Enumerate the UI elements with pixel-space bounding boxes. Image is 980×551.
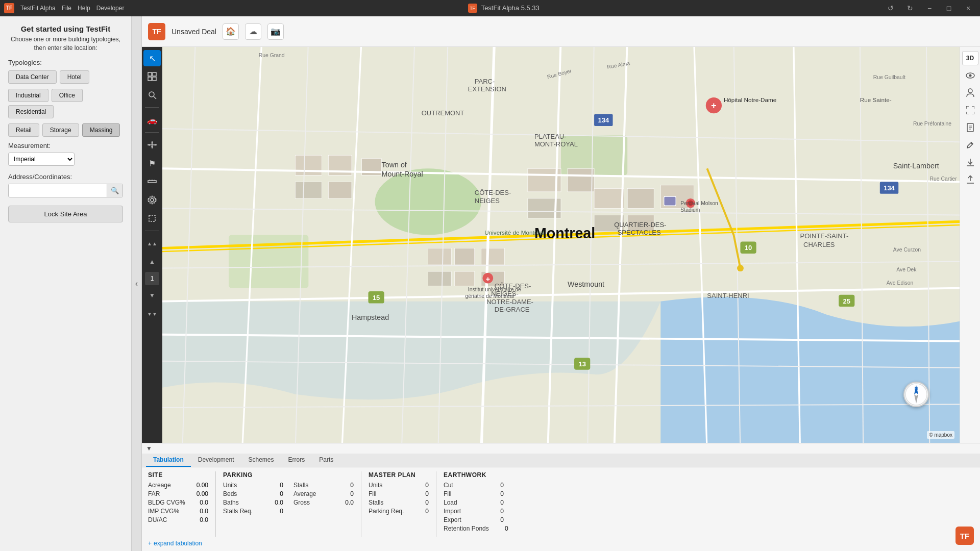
mp-fill-row: Fill 0: [369, 490, 429, 497]
bottom-tabs: Tabulation Development Schemes Errors Pa…: [142, 454, 980, 467]
mp-parkingreq-row: Parking Req. 0: [369, 508, 429, 515]
typology-industrial[interactable]: Industrial: [8, 89, 48, 102]
divider-3: [145, 231, 159, 231]
home-icon-btn[interactable]: 🏠: [223, 23, 239, 40]
camera-icon-btn[interactable]: 📷: [267, 23, 284, 40]
measurement-select[interactable]: Imperial Metric: [8, 153, 75, 166]
zoom-down[interactable]: ▼: [143, 287, 161, 304]
svg-text:Rue Sainte-: Rue Sainte-: [860, 96, 892, 103]
svg-rect-41: [455, 271, 475, 286]
earthwork-section: EARTHWORK Cut 0 Fill 0 Load 0: [444, 471, 516, 537]
map-container[interactable]: 10 15 29 13 132 25 134: [162, 47, 960, 443]
menu-item-file[interactable]: File: [62, 5, 71, 12]
tab-errors[interactable]: Errors: [281, 454, 312, 467]
fullscreen-btn[interactable]: [962, 103, 978, 117]
svg-rect-40: [428, 271, 452, 286]
upload-btn[interactable]: [962, 172, 978, 187]
tab-parts[interactable]: Parts: [312, 454, 340, 467]
panel-collapse-button[interactable]: ‹: [132, 16, 142, 551]
expand-label[interactable]: expand tabulation: [154, 540, 202, 547]
svg-marker-10: [148, 144, 150, 146]
parking-section: PARKING Units 0 Beds 0: [223, 471, 361, 537]
search-icon[interactable]: 🔍: [107, 184, 122, 197]
tab-development[interactable]: Development: [191, 454, 241, 467]
svg-text:QUARTIER-DES-: QUARTIER-DES-: [614, 221, 666, 229]
typology-retail[interactable]: Retail: [8, 123, 39, 137]
zoom-tool[interactable]: [143, 87, 161, 103]
site-bldg-key: BLDG CVG%: [148, 499, 189, 506]
menu-item-developer[interactable]: Developer: [96, 5, 125, 12]
bottom-collapse-bar[interactable]: ▼: [142, 443, 980, 454]
close-btn[interactable]: ×: [961, 3, 976, 14]
tab-tabulation[interactable]: Tabulation: [146, 454, 191, 467]
parking-gross-row: Gross 0.0: [293, 499, 354, 506]
svg-point-138: [968, 89, 972, 93]
download-btn[interactable]: [962, 155, 978, 169]
zoom-up-max[interactable]: ▲▲: [143, 235, 161, 252]
visibility-btn[interactable]: [962, 68, 978, 83]
svg-rect-19: [149, 215, 155, 221]
typology-data-center[interactable]: Data Center: [8, 70, 57, 84]
parking-beds-val: 0: [268, 490, 283, 497]
undo-btn[interactable]: ↺: [883, 3, 898, 14]
right-toolbar: 3D: [960, 47, 980, 443]
parking-stalls-val: 0: [338, 482, 354, 489]
typology-hotel[interactable]: Hotel: [60, 70, 89, 84]
svg-marker-11: [155, 144, 157, 146]
svg-rect-32: [594, 188, 624, 208]
menu-item-testfit[interactable]: TestFit Alpha: [20, 5, 56, 12]
select-tool[interactable]: ↖: [143, 50, 161, 66]
minimize-btn[interactable]: −: [922, 3, 937, 14]
typology-office[interactable]: Office: [52, 89, 83, 102]
cloud-icon-btn[interactable]: ☁: [245, 23, 261, 40]
resize-tool[interactable]: [143, 137, 161, 153]
parking-stallsreq-val: 0: [268, 508, 283, 515]
menu-item-help[interactable]: Help: [78, 5, 90, 12]
drive-tool[interactable]: 🚗: [143, 112, 161, 128]
redo-btn[interactable]: ↻: [902, 3, 918, 14]
parking-avg-key: Average: [293, 490, 334, 497]
ew-fill-row: Fill 0: [444, 490, 508, 497]
tab-schemes[interactable]: Schemes: [241, 454, 281, 467]
3d-view-btn[interactable]: 3D: [962, 51, 978, 65]
parking-beds-key: Beds: [223, 490, 264, 497]
zoom-up[interactable]: ▲: [143, 254, 161, 270]
svg-point-137: [969, 74, 971, 77]
parking-stalls-row: Stalls 0: [293, 482, 354, 489]
svg-text:Rue Cartier: Rue Cartier: [929, 176, 957, 182]
zoom-down-max[interactable]: ▼▼: [143, 306, 161, 322]
typology-residential[interactable]: Residential: [8, 105, 54, 118]
address-input[interactable]: [9, 184, 107, 196]
site-acreage-val: 0.00: [193, 482, 208, 489]
svg-text:+: +: [711, 101, 717, 111]
bottom-panel: ▼ Tabulation Development Schemes Errors …: [142, 443, 980, 551]
gear-tool[interactable]: [143, 192, 161, 208]
address-section: Address/Coordinates: 🔍: [8, 173, 123, 197]
annotate-btn[interactable]: [962, 138, 978, 152]
title-bar-menu[interactable]: TestFit Alpha File Help Developer: [20, 5, 124, 12]
grid-tool[interactable]: [143, 68, 161, 85]
site-title: SITE: [148, 471, 208, 479]
report-btn[interactable]: [962, 120, 978, 135]
deal-name[interactable]: Unsaved Deal: [172, 28, 216, 36]
svg-text:Rue Guilbault: Rue Guilbault: [873, 74, 905, 80]
window-controls[interactable]: ↺ ↻ − □ ×: [883, 3, 976, 14]
maximize-btn[interactable]: □: [941, 3, 957, 14]
typology-storage[interactable]: Storage: [42, 123, 79, 137]
svg-marker-18: [148, 196, 157, 204]
ew-export-val: 0: [488, 516, 504, 523]
typology-massing[interactable]: Massing: [82, 123, 120, 137]
measure-tool[interactable]: [143, 173, 161, 190]
user-btn[interactable]: [962, 86, 978, 100]
window-title: TF TestFit Alpha 5.5.33: [468, 4, 540, 13]
svg-point-4: [149, 92, 154, 97]
flag-tool[interactable]: ⚑: [143, 155, 161, 171]
map-watermark: © mapbox: [927, 431, 954, 439]
title-tf-logo: TF: [468, 4, 477, 13]
expand-tabulation-link[interactable]: + expand tabulation: [148, 540, 974, 547]
ew-cut-row: Cut 0: [444, 482, 508, 489]
lock-site-area-button[interactable]: Lock Site Area: [8, 206, 123, 222]
site-bldg-val: 0.0: [193, 499, 208, 506]
mp-stalls-row: Stalls 0: [369, 499, 429, 506]
crop-tool[interactable]: [143, 210, 161, 227]
